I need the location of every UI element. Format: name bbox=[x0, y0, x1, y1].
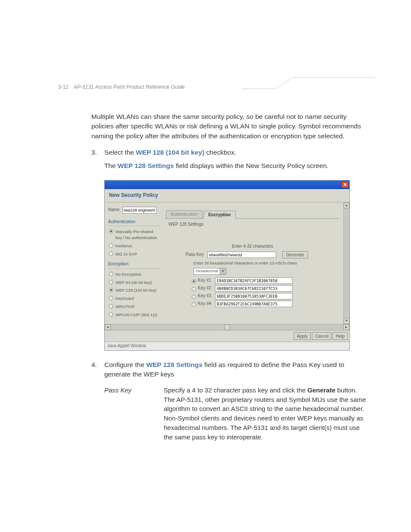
key3-radio[interactable] bbox=[192, 295, 196, 299]
passkey-description: Specify a 4 to 32 character pass key and… bbox=[164, 386, 368, 442]
cancel-button[interactable]: Cancel bbox=[312, 332, 331, 340]
help-button[interactable]: Help bbox=[333, 332, 348, 340]
vertical-scrollbar[interactable]: ▲ ▼ bbox=[343, 202, 349, 324]
wep128-link: WEP 128 (104 bit key) bbox=[136, 149, 204, 156]
applet-statusbar: Java Applet Window bbox=[105, 342, 349, 350]
step-3-line1: Select the WEP 128 (104 bit key) checkbo… bbox=[104, 148, 368, 157]
passkey-label: Pass Key bbox=[168, 252, 207, 258]
chevron-down-icon[interactable]: ▼ bbox=[220, 268, 226, 274]
fieldset-label: WEP 128 Settings bbox=[168, 221, 336, 228]
horizontal-scrollbar[interactable]: ◄ ► bbox=[105, 324, 349, 330]
key3-label: Key #3 bbox=[198, 293, 215, 299]
key-row-2: Key #2 bbox=[192, 285, 336, 292]
hex-instruction: Enter 26 hexadecimal characters or enter… bbox=[193, 260, 336, 266]
apply-button[interactable]: Apply bbox=[294, 332, 311, 340]
guide-title: AP-5131 Access Point Product Reference G… bbox=[74, 84, 185, 90]
format-dropdown[interactable]: Hexadecimal ▼ bbox=[193, 268, 226, 275]
enc-option-wep64[interactable]: WEP 64 (40 bit key) bbox=[108, 280, 160, 286]
tab-encryption[interactable]: Encryption bbox=[203, 211, 235, 219]
passkey-input[interactable] bbox=[207, 252, 276, 258]
passkey-term: Pass Key bbox=[104, 386, 164, 442]
intro-paragraph: Multiple WLANs can share the same securi… bbox=[91, 112, 368, 141]
key1-label: Key #1 bbox=[198, 277, 215, 284]
header-decoration bbox=[241, 77, 375, 90]
enc-option-wpa2ccmp[interactable]: WPA2/CCMP (802.11i) bbox=[108, 312, 160, 318]
auth-option-manual[interactable]: Manually Pre-shared key / No authenticat… bbox=[108, 229, 160, 241]
step-4-text: Configure the WEP 128 Settings field as … bbox=[104, 360, 368, 380]
key-row-3: Key #3 bbox=[192, 293, 336, 299]
wep128-settings-link: WEP 128 Settings bbox=[118, 162, 174, 169]
dialog-title: New Security Policy bbox=[105, 189, 349, 202]
key4-label: Key #4 bbox=[198, 301, 215, 307]
step-4-number: 4. bbox=[91, 360, 104, 442]
key-row-4: Key #4 bbox=[192, 301, 336, 307]
scroll-up-icon[interactable]: ▲ bbox=[344, 202, 349, 208]
page-number: 3-12 bbox=[58, 84, 68, 90]
step-3-number: 3. bbox=[91, 148, 104, 355]
char-note: Enter 4-32 characters bbox=[168, 243, 336, 250]
close-icon[interactable]: ✕ bbox=[342, 182, 349, 188]
security-policy-dialog: ✕ New Security Policy Name Authenticatio… bbox=[104, 180, 350, 351]
key3-input[interactable] bbox=[215, 293, 293, 299]
titlebar: ✕ bbox=[105, 180, 349, 189]
scroll-down-icon[interactable]: ▼ bbox=[344, 318, 349, 324]
wep128-settings-link2: WEP 128 Settings bbox=[146, 361, 202, 368]
tab-authentication[interactable]: Authentication bbox=[166, 210, 202, 219]
key2-label: Key #2 bbox=[198, 285, 215, 292]
key1-radio[interactable] bbox=[192, 279, 196, 283]
name-input[interactable] bbox=[122, 207, 157, 214]
auth-option-kerberos[interactable]: Kerberos bbox=[108, 243, 160, 249]
enc-option-keyguard[interactable]: KeyGuard bbox=[108, 296, 160, 302]
format-value: Hexadecimal bbox=[194, 268, 220, 274]
name-label: Name bbox=[108, 207, 120, 213]
key2-input[interactable] bbox=[215, 285, 293, 292]
enc-header: Encryption bbox=[108, 261, 160, 269]
enc-option-wpatkip[interactable]: WPA/TKIP bbox=[108, 304, 160, 310]
generate-button[interactable]: Generate bbox=[282, 251, 308, 258]
enc-option-none[interactable]: No Encryption bbox=[108, 271, 160, 277]
key2-radio[interactable] bbox=[192, 287, 196, 291]
key4-input[interactable] bbox=[215, 301, 293, 307]
generate-bold: Generate bbox=[308, 386, 336, 394]
auth-header: Authentication bbox=[108, 219, 160, 227]
key-row-1: Key #1 bbox=[192, 277, 336, 284]
step-3-line2: The WEP 128 Settings field displays with… bbox=[104, 161, 368, 171]
enc-option-wep128[interactable]: WEP 128 (104 bit key) bbox=[108, 287, 160, 293]
auth-option-8021x[interactable]: 802.1x EAP bbox=[108, 251, 160, 257]
key1-input[interactable] bbox=[215, 277, 293, 284]
scroll-left-icon[interactable]: ◄ bbox=[105, 324, 111, 330]
key4-radio[interactable] bbox=[192, 302, 196, 307]
scroll-right-icon[interactable]: ► bbox=[343, 324, 349, 330]
